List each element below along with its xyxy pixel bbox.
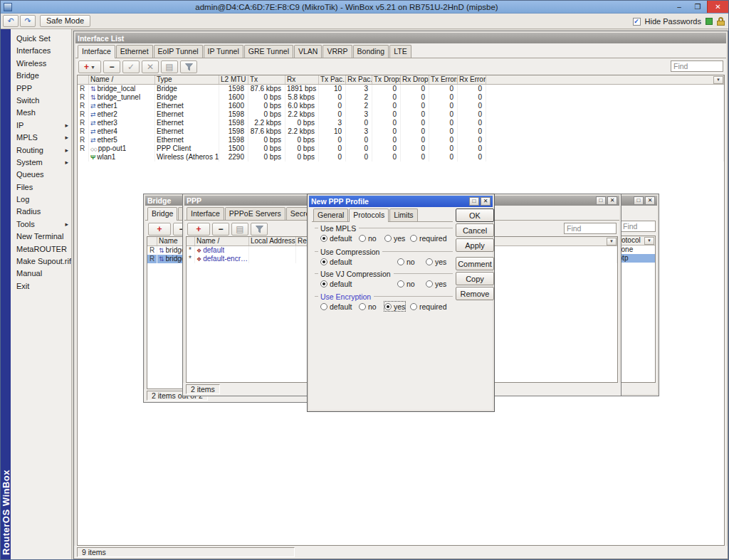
add-button[interactable]: + — [187, 223, 210, 236]
sidebar-item[interactable]: PPP — [11, 83, 71, 95]
tab[interactable]: PPPoE Servers — [225, 207, 285, 220]
table-row[interactable]: R bridge_tunnel Bridge 1600 0 bps 5.8 kb… — [78, 93, 724, 102]
column-header[interactable]: Rx Pac... — [346, 75, 372, 84]
tab[interactable]: Bridge — [147, 207, 177, 220]
add-button[interactable]: + — [148, 223, 171, 236]
sidebar-item[interactable]: System — [11, 157, 71, 169]
radio-use-encryption-no[interactable]: no — [359, 302, 377, 311]
column-chooser-icon[interactable]: ▼ — [644, 237, 654, 245]
table-row[interactable]: wlan1 Wireless (Atheros 11N) 2290 0 bps … — [78, 153, 724, 162]
radio-use-encryption-required[interactable]: required — [410, 302, 447, 311]
comment-button[interactable]: ▤ — [231, 223, 248, 236]
find-input[interactable] — [620, 221, 656, 232]
column-header[interactable]: Rx Drops — [401, 75, 429, 84]
sidebar-item[interactable]: Tools — [11, 218, 71, 231]
column-chooser-icon[interactable]: ▼ — [713, 76, 723, 84]
tab[interactable]: VRRP — [322, 45, 352, 58]
column-header[interactable]: Name / — [195, 237, 249, 245]
find-input[interactable] — [564, 223, 617, 234]
tab[interactable]: Interface — [187, 207, 224, 220]
column-header[interactable] — [187, 237, 195, 245]
window-minimize-icon[interactable]: □ — [596, 196, 606, 205]
add-button[interactable]: +▼ — [78, 60, 101, 73]
table-row[interactable]: R ether5 Ethernet 1598 0 bps 0 bps 0 0 0… — [78, 136, 724, 144]
column-header[interactable]: Type — [155, 75, 219, 84]
sidebar-item[interactable]: Queues — [11, 169, 71, 181]
tab[interactable]: Interface — [78, 45, 115, 58]
table-row[interactable]: R ether2 Ethernet 1598 0 bps 2.2 kbps 0 … — [78, 110, 724, 119]
minimize-button[interactable]: – — [670, 1, 688, 13]
tab[interactable]: EoIP Tunnel — [154, 45, 203, 58]
sidebar-item[interactable]: Mesh — [11, 107, 71, 119]
table-row[interactable]: R ether3 Ethernet 1598 2.2 kbps 0 bps 3 … — [78, 119, 724, 127]
sidebar-item[interactable]: Wireless — [11, 58, 71, 70]
remove-button[interactable]: − — [212, 223, 229, 236]
radio-use-encryption-yes[interactable]: yes — [384, 302, 405, 311]
filter-icon[interactable] — [180, 60, 197, 73]
remove-button[interactable]: − — [103, 60, 120, 73]
disable-button[interactable]: ✕ — [142, 60, 159, 73]
filter-icon[interactable] — [251, 223, 268, 236]
radio-use-compression-no[interactable]: no — [397, 257, 415, 266]
column-header[interactable] — [147, 237, 157, 245]
sidebar-item[interactable]: Log — [11, 194, 71, 206]
comment-button[interactable]: Comment — [456, 257, 494, 270]
sidebar-item[interactable]: Radius — [11, 206, 71, 218]
tab[interactable]: IP Tunnel — [204, 45, 243, 58]
enable-button[interactable]: ✓ — [122, 60, 140, 73]
cancel-button[interactable]: Cancel — [456, 223, 494, 237]
comment-button[interactable]: ▤ — [161, 60, 178, 73]
ok-button[interactable]: OK — [456, 208, 494, 222]
table-row[interactable]: R bridge_local Bridge 1598 87.6 kbps 189… — [78, 85, 724, 93]
column-header[interactable]: Name / — [89, 75, 155, 84]
column-header[interactable]: Tx Errors — [429, 75, 458, 84]
table-row[interactable]: R ppp-out1 PPP Client 1500 0 bps 0 bps 0… — [78, 144, 724, 153]
find-input[interactable] — [671, 60, 723, 72]
tab[interactable]: Limits — [389, 208, 417, 221]
sidebar-item[interactable]: IP — [11, 120, 71, 132]
sidebar-item[interactable]: MetaROUTER — [11, 243, 71, 255]
window-minimize-icon[interactable]: □ — [634, 196, 644, 205]
window-close-icon[interactable]: ✕ — [645, 196, 655, 205]
radio-use-mpls-yes[interactable]: yes — [384, 233, 405, 243]
apply-button[interactable]: Apply — [456, 238, 494, 252]
undo-icon[interactable]: ↶ — [3, 15, 19, 27]
column-header[interactable]: Tx Drops — [372, 75, 401, 84]
column-chooser-icon[interactable]: ▼ — [607, 238, 617, 245]
redo-icon[interactable]: ↷ — [20, 15, 36, 27]
radio-use-vj-yes[interactable]: yes — [426, 279, 446, 288]
table-row[interactable]: R ether4 Ethernet 1598 87.6 kbps 2.2 kbp… — [78, 127, 724, 136]
radio-use-vj-no[interactable]: no — [397, 279, 415, 288]
tab[interactable]: Bonding — [353, 45, 389, 58]
sidebar-item[interactable]: MPLS — [11, 132, 71, 144]
radio-use-mpls-default[interactable]: default — [320, 233, 352, 243]
column-header[interactable]: L2 MTU — [219, 75, 248, 84]
radio-use-mpls-required[interactable]: required — [410, 233, 447, 243]
radio-use-compression-default[interactable]: default — [320, 257, 352, 266]
tab[interactable]: Ethernet — [116, 45, 153, 58]
maximize-button[interactable]: ❐ — [688, 1, 707, 13]
radio-use-vj-default[interactable]: default — [320, 279, 352, 288]
column-header[interactable]: Rx — [285, 75, 319, 84]
column-header[interactable]: Rx Errors — [458, 75, 486, 84]
column-header[interactable] — [486, 75, 724, 84]
sidebar-item[interactable]: Manual — [11, 268, 71, 280]
sidebar-item[interactable]: Switch — [11, 95, 71, 107]
safe-mode-button[interactable]: Safe Mode — [40, 15, 90, 27]
sidebar-item[interactable]: New Terminal — [11, 231, 71, 243]
dialog-titlebar[interactable]: New PPP Profile □ ✕ — [309, 196, 493, 207]
copy-button[interactable]: Copy — [456, 272, 494, 285]
tab[interactable]: Protocols — [349, 208, 389, 221]
remove-button[interactable]: Remove — [456, 287, 494, 300]
sidebar-item[interactable]: Bridge — [11, 70, 71, 82]
tab[interactable]: GRE Tunnel — [244, 45, 293, 58]
sidebar-item[interactable]: Make Supout.rif — [11, 255, 71, 268]
interface-list-titlebar[interactable]: Interface List — [75, 33, 726, 43]
column-header[interactable]: Tx — [248, 75, 285, 84]
sidebar-item[interactable]: Quick Set — [11, 33, 71, 45]
sidebar-item[interactable]: Routing — [11, 144, 71, 157]
column-header[interactable]: Tx Pac... — [319, 75, 346, 84]
sidebar-item[interactable]: Files — [11, 181, 71, 194]
hide-passwords-checkbox[interactable]: ✓ — [633, 18, 641, 26]
tab[interactable]: General — [313, 208, 348, 221]
